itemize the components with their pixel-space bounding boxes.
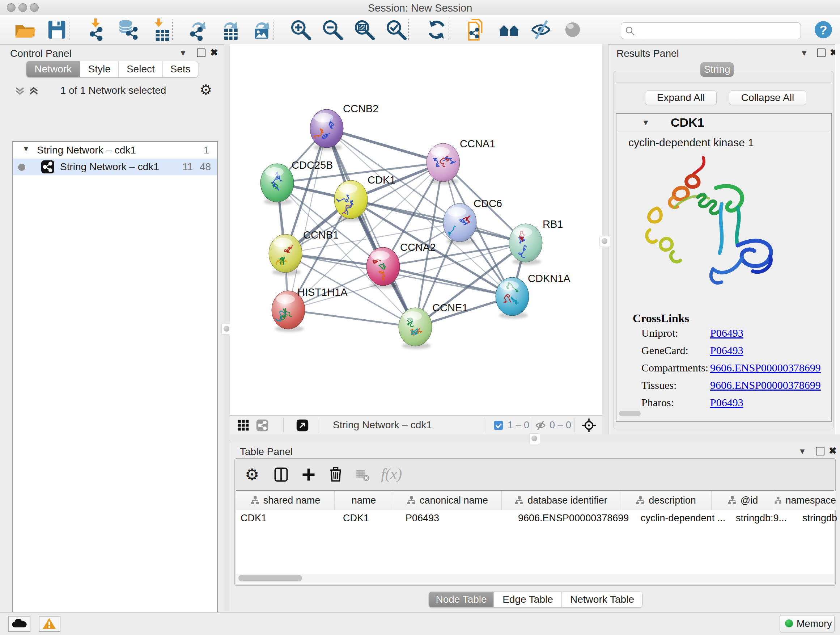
search-field[interactable] [621, 22, 801, 39]
table-header-cell[interactable]: namespace [774, 491, 836, 510]
delete-table-icon [355, 467, 370, 483]
crosslink-value-link[interactable]: P06493 [710, 396, 744, 409]
table-cell[interactable]: stringdb:9... [731, 510, 798, 526]
tab-sets[interactable]: Sets [163, 61, 198, 77]
open-session-icon[interactable] [14, 19, 36, 41]
network-canvas[interactable]: CCNB2CCNA1CDC25BCDK1CDC6RB1CCNB1CCNA2CDK… [230, 44, 602, 415]
collection-count: 1 [203, 144, 209, 156]
network-row[interactable]: String Network – cdk1 11 48 [13, 158, 217, 175]
tab-edge-table[interactable]: Edge Table [494, 592, 562, 608]
crosslink-value-link[interactable]: P06493 [710, 344, 744, 356]
export-image-icon[interactable] [250, 19, 273, 41]
zoom-selected-icon[interactable] [385, 19, 407, 41]
table-cell[interactable]: CDK1 [339, 510, 401, 526]
tab-string[interactable]: String [700, 62, 734, 77]
table-gear-icon[interactable]: ⚙ [245, 465, 259, 484]
table-header-cell[interactable]: @id [712, 491, 774, 510]
results-scrollbar-track[interactable] [835, 44, 840, 434]
edge-CCNB2-CCNA1[interactable] [327, 128, 443, 163]
table-header-cell[interactable]: database identifier [502, 491, 621, 510]
table-row[interactable]: CDK1CDK1P064939606.ENSP00000378699cyclin… [236, 510, 834, 526]
selected-checkbox-icon[interactable] [493, 420, 504, 431]
table-hscrollbar[interactable] [236, 574, 834, 583]
float-panel-icon[interactable] [197, 49, 205, 57]
table-cell[interactable]: 9606.ENSP00000378699 [514, 510, 636, 526]
crosslink-value-link[interactable]: 9606.ENSP00000378699 [710, 379, 821, 391]
search-input[interactable] [637, 24, 798, 37]
table-hscrollbar-thumb[interactable] [238, 575, 302, 581]
expand-all-button[interactable]: Expand All [645, 90, 717, 105]
tab-network-table[interactable]: Network Table [562, 592, 643, 608]
tab-style[interactable]: Style [80, 61, 118, 77]
edge-CCNB2-HIST1H1A[interactable] [288, 128, 327, 310]
node-RB1[interactable] [509, 224, 542, 265]
refresh-view-icon[interactable] [425, 19, 448, 41]
export-table-icon[interactable] [218, 19, 241, 41]
import-network-file-icon[interactable] [85, 19, 108, 41]
help-icon[interactable]: ? [813, 19, 834, 40]
node-CDC25B[interactable] [261, 164, 294, 205]
zoom-in-icon[interactable] [289, 19, 312, 41]
import-table-file-icon[interactable] [149, 19, 172, 41]
left-splitter[interactable] [224, 44, 230, 611]
crosslink-row: Uniprot:P06493 [641, 327, 822, 339]
table-header-cell[interactable]: canonical name [393, 491, 502, 510]
collapse-all-networks-icon[interactable] [14, 85, 26, 97]
network-edge-count: 48 [200, 161, 211, 173]
tab-network[interactable]: Network [27, 61, 80, 77]
show-columns-icon[interactable] [273, 467, 289, 483]
tab-node-table[interactable]: Node Table [429, 592, 494, 608]
open-in-web-icon[interactable] [466, 19, 488, 41]
network-thumbnail-icon[interactable] [256, 419, 269, 432]
node-label-CCNB1: CCNB1 [303, 229, 339, 241]
tab-select[interactable]: Select [118, 61, 163, 77]
table-cell[interactable]: stringdb [798, 510, 840, 526]
edge-HIST1H1A-CCNE1[interactable] [288, 310, 415, 327]
open-external-icon[interactable] [295, 418, 309, 432]
memory-button[interactable]: Memory [780, 615, 835, 632]
crosslink-value-link[interactable]: 9606.ENSP00000378699 [710, 362, 821, 374]
table-cell[interactable]: cyclin-dependent ... [636, 510, 731, 526]
fit-selected-crosshair-icon[interactable] [581, 418, 597, 433]
table-cell[interactable]: P06493 [401, 510, 514, 526]
hide-glass-icon[interactable] [530, 19, 552, 41]
edge-CCNA2-CDKN1A[interactable] [383, 266, 512, 296]
node-CCNA1[interactable] [426, 143, 460, 185]
export-network-icon[interactable] [187, 19, 209, 41]
collapse-panel-icon[interactable]: ▼ [798, 447, 806, 456]
float-panel-icon[interactable] [817, 49, 826, 57]
zoom-fit-icon[interactable] [353, 19, 376, 41]
crosslink-value-link[interactable]: P06493 [710, 327, 744, 339]
float-panel-icon[interactable] [816, 447, 824, 455]
collection-expand-icon[interactable]: ▼ [22, 145, 30, 153]
grid-view-icon[interactable] [237, 419, 250, 432]
table-header-cell[interactable]: name [335, 491, 393, 510]
cloud-button[interactable] [8, 616, 30, 632]
import-network-database-icon[interactable] [117, 19, 140, 41]
add-column-icon[interactable] [301, 467, 317, 483]
delete-column-icon[interactable] [327, 466, 344, 483]
collapse-panel-icon[interactable]: ▼ [800, 49, 808, 58]
collapse-all-button[interactable]: Collapse All [729, 90, 806, 105]
network-options-gear-icon[interactable]: ⚙ [200, 82, 212, 98]
gene-collapse-icon[interactable]: ▼ [642, 118, 650, 127]
node-CCNE1[interactable] [399, 308, 432, 349]
return-home-icon[interactable] [498, 19, 520, 41]
table-header-cell[interactable]: shared name [236, 491, 335, 510]
close-panel-icon[interactable]: ✖ [829, 445, 837, 456]
node-CCNB2[interactable] [310, 109, 343, 150]
card-scrollbar-thumb[interactable] [619, 411, 641, 416]
node-CDKN1A[interactable] [496, 277, 529, 318]
table-cell[interactable]: CDK1 [236, 510, 339, 526]
network-collection-row[interactable]: ▼ String Network – cdk1 1 [13, 142, 217, 158]
expand-all-networks-icon[interactable] [27, 85, 40, 97]
close-panel-icon[interactable]: ✖ [210, 47, 218, 58]
show-glass-icon[interactable] [561, 19, 584, 41]
save-session-icon[interactable] [46, 19, 68, 41]
zoom-out-icon[interactable] [321, 19, 344, 41]
table-header-cell[interactable]: description [621, 491, 712, 510]
warning-button[interactable] [39, 616, 60, 632]
toolbar-separator [273, 19, 274, 40]
collapse-panel-icon[interactable]: ▼ [179, 49, 187, 58]
horizontal-splitter[interactable] [230, 434, 840, 442]
